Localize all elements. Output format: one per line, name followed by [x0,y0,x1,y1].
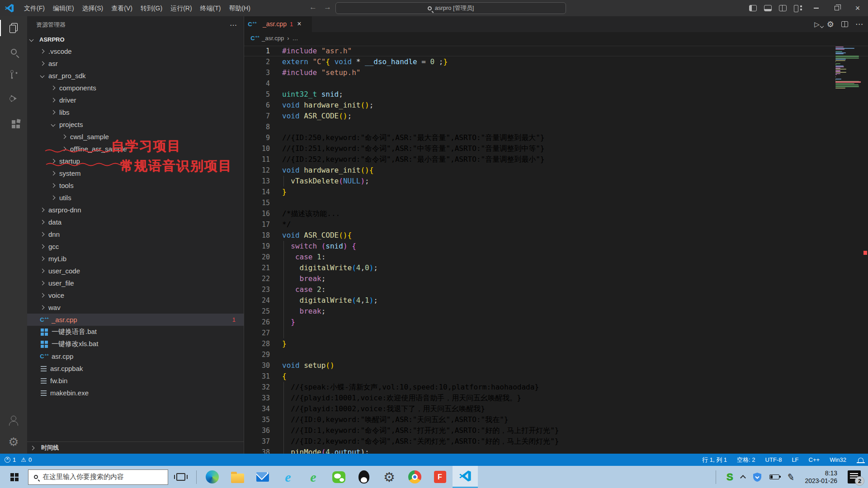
restore-button[interactable] [826,0,847,16]
eol-sequence[interactable]: LF [792,456,798,463]
extensions-icon[interactable] [0,110,27,134]
toggle-secondary-sidebar-icon[interactable] [779,5,787,11]
tree-item[interactable]: libs [27,106,244,118]
toggle-sidebar-icon[interactable] [749,5,757,11]
tree-item[interactable]: gcc [27,240,244,253]
editor-more-icon[interactable]: ⋯ [855,19,863,29]
code-line: 24 digitalWrite(4,1); [244,295,868,306]
tree-item[interactable]: projects [27,118,244,131]
breadcrumb[interactable]: C++ _asr.cpp › … [244,32,868,44]
tree-item[interactable]: startup [27,155,244,167]
tree-item[interactable]: cwsl_sample [27,131,244,143]
tree-item[interactable]: 一键换语音.bat [27,326,244,338]
indentation[interactable]: 空格: 2 [737,456,755,464]
notifications-bell-icon[interactable] [858,458,863,462]
code-editor[interactable]: 1#include "asr.h"2extern "C"{ void * __d… [244,44,868,454]
tree-item[interactable]: system [27,167,244,179]
account-icon[interactable] [0,407,27,430]
minimap[interactable] [835,47,861,89]
tree-item[interactable]: user_file [27,277,244,289]
chrome-button[interactable] [402,466,427,488]
edge-legacy-button[interactable]: e [301,466,326,488]
tree-item[interactable]: makebin.exe [27,387,244,399]
taskbar-clock[interactable]: 8:13 2023-01-26 [805,469,837,485]
tree-item[interactable]: 一键修改xls.bat [27,338,244,350]
settings-gear-icon[interactable]: ⚙ [0,430,27,454]
close-button[interactable]: × [847,0,868,16]
battery-icon[interactable] [769,474,779,479]
run-debug-icon[interactable] [0,87,27,110]
menu-item[interactable]: 文件(F) [20,0,49,16]
menu-item[interactable]: 终端(T) [196,0,225,16]
tree-item[interactable]: components [27,82,244,94]
menu-item[interactable]: 帮助(H) [225,0,254,16]
sogou-tray-icon[interactable]: S [726,471,733,483]
foxit-pdf-button[interactable]: F [427,466,453,488]
taskbar-search-placeholder: 在这里输入你要搜索的内容 [42,473,124,481]
tree-item[interactable]: asr.cppbak [27,362,244,375]
timeline-section[interactable]: 时间线 [27,441,244,454]
settings-button[interactable]: ⚙ [377,466,402,488]
cursor-position[interactable]: 行 1, 列 1 [702,456,727,464]
run-file-icon[interactable]: ▷ [814,20,820,28]
internet-explorer-button[interactable]: e [275,466,301,488]
mail-button[interactable] [250,466,275,488]
search-sidebar-icon[interactable] [0,40,27,63]
tree-item[interactable]: offline_asr_sample [27,143,244,155]
menu-item[interactable]: 编辑(E) [49,0,78,16]
tree-item[interactable]: C++asr.cpp [27,350,244,362]
customize-layout-icon[interactable] [794,5,802,11]
command-center-search[interactable]: asrpro [管理员] [335,2,566,14]
language-mode[interactable]: C++ [809,456,820,463]
menu-item[interactable]: 选择(S) [78,0,108,16]
action-center-icon[interactable]: 2 [848,470,861,483]
platform-target[interactable]: Win32 [830,456,846,463]
tree-item[interactable]: .vscode [27,45,244,57]
tree-item[interactable]: myLib [27,253,244,265]
tree-item[interactable]: C++_asr.cpp1 [27,314,244,326]
tree-item[interactable]: voice [27,289,244,301]
minimize-button[interactable] [806,0,826,16]
menu-item[interactable]: 运行(R) [166,0,196,16]
taskbar-search[interactable]: 在这里输入你要搜索的内容 [28,469,168,485]
tree-item[interactable]: tools [27,179,244,192]
edge-button[interactable] [199,466,225,488]
start-button[interactable] [0,466,28,488]
tree-item[interactable]: utils [27,192,244,204]
code-line: 17*/ [244,219,868,230]
encoding[interactable]: UTF-8 [765,456,782,463]
file-explorer-button[interactable] [225,466,250,488]
tree-item[interactable]: wav [27,301,244,314]
workspace-root[interactable]: ASRPRO [27,33,244,45]
task-view-icon[interactable] [176,473,185,481]
tree-item[interactable]: dnn [27,228,244,240]
menu-item[interactable]: 转到(G) [137,0,166,16]
pen-icon[interactable]: ✎ [786,471,796,483]
tree-item[interactable]: fw.bin [27,375,244,387]
menu-item[interactable]: 查看(V) [107,0,137,16]
explorer-more-icon[interactable]: ⋯ [230,21,237,29]
source-control-icon[interactable] [0,63,27,87]
tab-close-icon[interactable]: × [297,20,301,28]
problems-status[interactable]: 1 ⚠ 0 [5,456,32,463]
nav-back-icon[interactable]: ← [309,3,317,12]
taskbar-apps: ee⚙F [199,466,478,488]
explorer-icon[interactable] [0,16,27,40]
wechat-button[interactable] [326,466,351,488]
split-editor-icon[interactable] [841,21,848,27]
vscode-button[interactable] [453,466,478,488]
editor-gear-icon[interactable]: ⚙ [827,19,834,29]
tree-item[interactable]: asr [27,57,244,70]
tree-item[interactable]: user_code [27,265,244,277]
tray-expand-icon[interactable] [740,475,746,481]
qq-button[interactable] [351,466,377,488]
toggle-panel-icon[interactable] [764,5,772,11]
security-shield-icon[interactable] [753,472,762,482]
tree-item[interactable]: data [27,216,244,228]
taskbar-divider [716,470,716,484]
tree-item[interactable]: asrpro-dnn [27,204,244,216]
tab-asr-cpp[interactable]: C++ _asr.cpp 1 × [244,16,312,32]
tree-item[interactable]: driver [27,94,244,106]
nav-forward-icon[interactable]: → [324,3,331,12]
tree-item[interactable]: asr_pro_sdk [27,70,244,82]
